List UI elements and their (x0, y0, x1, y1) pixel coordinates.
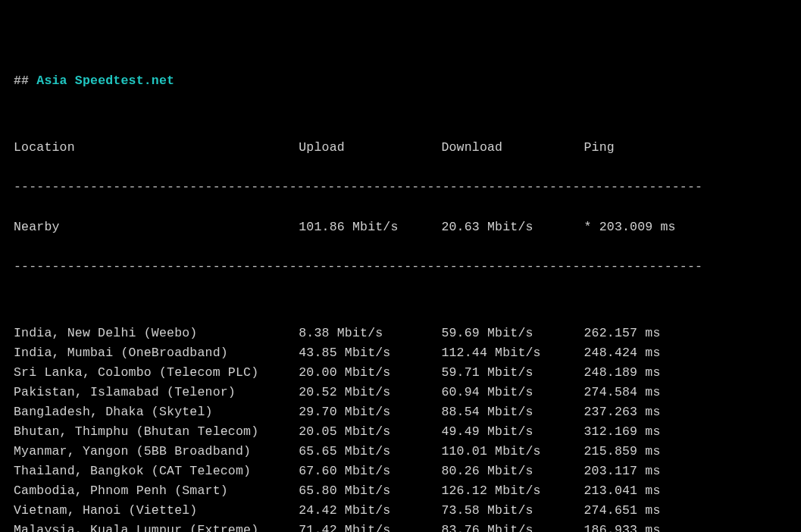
cell-location: Myanmar, Yangon (5BB Broadband) (14, 442, 299, 462)
nearby-ping: * 203.009 ms (584, 217, 690, 237)
table-row: Cambodia, Phnom Penh (Smart)65.80 Mbit/s… (14, 481, 787, 501)
cell-download: 60.94 Mbit/s (441, 383, 584, 402)
table-header-row: LocationUploadDownloadPing (14, 138, 787, 158)
table-row: Bangladesh, Dhaka (Skytel)29.70 Mbit/s88… (14, 402, 787, 422)
table-row: Vietnam, Hanoi (Viettel)24.42 Mbit/s73.5… (14, 501, 787, 521)
table-body: India, New Delhi (Weebo)8.38 Mbit/s59.69… (14, 324, 787, 532)
nearby-upload: 101.86 Mbit/s (299, 217, 441, 237)
header-download: Download (441, 138, 584, 158)
cell-download: 83.76 Mbit/s (441, 521, 584, 532)
cell-upload: 20.05 Mbit/s (299, 422, 441, 442)
cell-ping: 274.584 ms (584, 383, 690, 402)
divider: ----------------------------------------… (14, 177, 787, 197)
cell-download: 80.26 Mbit/s (441, 462, 584, 481)
table-row: Malaysia, Kuala Lumpur (Extreme)71.42 Mb… (14, 521, 787, 532)
table-row: India, Mumbai (OneBroadband)43.85 Mbit/s… (14, 343, 787, 363)
cell-download: 59.69 Mbit/s (441, 324, 584, 343)
cell-location: Sri Lanka, Colombo (Telecom PLC) (14, 363, 299, 383)
cell-download: 59.71 Mbit/s (441, 363, 584, 383)
cell-location: Bhutan, Thimphu (Bhutan Telecom) (14, 422, 299, 442)
cell-ping: 186.933 ms (584, 521, 690, 532)
cell-location: Bangladesh, Dhaka (Skytel) (14, 402, 299, 422)
cell-upload: 8.38 Mbit/s (299, 324, 441, 343)
cell-upload: 24.42 Mbit/s (299, 501, 441, 521)
cell-upload: 71.42 Mbit/s (299, 521, 441, 532)
cell-ping: 274.651 ms (584, 501, 690, 521)
cell-ping: 203.117 ms (584, 462, 690, 481)
cell-upload: 20.00 Mbit/s (299, 363, 441, 383)
cell-download: 88.54 Mbit/s (441, 402, 584, 422)
cell-location: Vietnam, Hanoi (Viettel) (14, 501, 299, 521)
cell-ping: 237.263 ms (584, 402, 690, 422)
cell-upload: 43.85 Mbit/s (299, 343, 441, 363)
header-location: Location (14, 138, 299, 158)
section-title: ## Asia Speedtest.net (14, 71, 787, 91)
cell-location: Pakistan, Islamabad (Telenor) (14, 383, 299, 402)
header-ping: Ping (584, 138, 690, 158)
cell-download: 110.01 Mbit/s (441, 442, 584, 462)
table-row: India, New Delhi (Weebo)8.38 Mbit/s59.69… (14, 324, 787, 343)
cell-ping: 213.041 ms (584, 481, 690, 501)
cell-upload: 65.80 Mbit/s (299, 481, 441, 501)
title-prefix: ## (14, 74, 36, 88)
table-row: Pakistan, Islamabad (Telenor)20.52 Mbit/… (14, 383, 787, 402)
cell-location: Malaysia, Kuala Lumpur (Extreme) (14, 521, 299, 532)
cell-ping: 248.424 ms (584, 343, 690, 363)
title-text: Asia Speedtest.net (36, 74, 174, 88)
cell-ping: 262.157 ms (584, 324, 690, 343)
cell-ping: 248.189 ms (584, 363, 690, 383)
cell-ping: 215.859 ms (584, 442, 690, 462)
table-row: Myanmar, Yangon (5BB Broadband)65.65 Mbi… (14, 442, 787, 462)
cell-download: 49.49 Mbit/s (441, 422, 584, 442)
nearby-download: 20.63 Mbit/s (441, 217, 584, 237)
table-row: Thailand, Bangkok (CAT Telecom)67.60 Mbi… (14, 462, 787, 481)
nearby-row: Nearby101.86 Mbit/s20.63 Mbit/s* 203.009… (14, 217, 787, 237)
table-row: Sri Lanka, Colombo (Telecom PLC)20.00 Mb… (14, 363, 787, 383)
divider: ----------------------------------------… (14, 257, 787, 277)
cell-download: 126.12 Mbit/s (441, 481, 584, 501)
nearby-location: Nearby (14, 217, 299, 237)
cell-upload: 29.70 Mbit/s (299, 402, 441, 422)
cell-location: India, New Delhi (Weebo) (14, 324, 299, 343)
cell-upload: 20.52 Mbit/s (299, 383, 441, 402)
cell-download: 73.58 Mbit/s (441, 501, 584, 521)
table-row: Bhutan, Thimphu (Bhutan Telecom)20.05 Mb… (14, 422, 787, 442)
header-upload: Upload (299, 138, 441, 158)
cell-location: Cambodia, Phnom Penh (Smart) (14, 481, 299, 501)
cell-upload: 65.65 Mbit/s (299, 442, 441, 462)
cell-location: Thailand, Bangkok (CAT Telecom) (14, 462, 299, 481)
cell-download: 112.44 Mbit/s (441, 343, 584, 363)
cell-upload: 67.60 Mbit/s (299, 462, 441, 481)
cell-location: India, Mumbai (OneBroadband) (14, 343, 299, 363)
cell-ping: 312.169 ms (584, 422, 690, 442)
